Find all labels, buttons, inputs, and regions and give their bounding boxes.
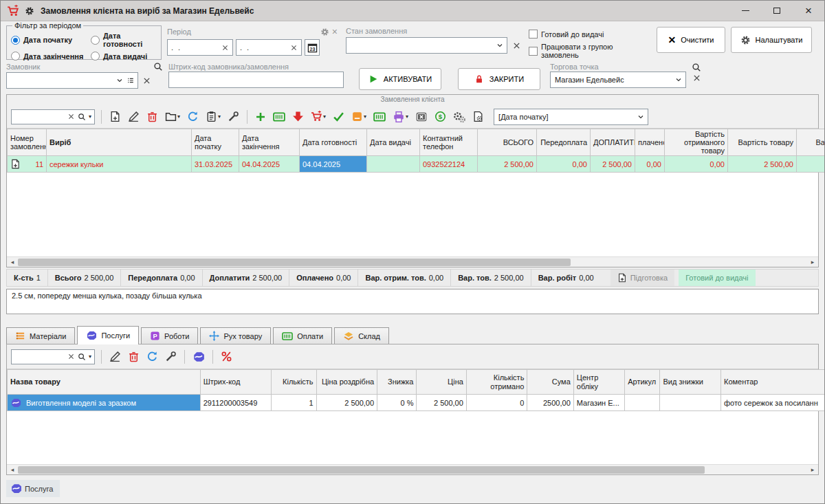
order-number-cell[interactable]: 11 xyxy=(8,156,47,173)
col-barcode[interactable]: Штрих-код xyxy=(200,370,272,395)
col-date-ready[interactable]: Дата готовності xyxy=(300,129,367,156)
store-search-icon[interactable] xyxy=(692,63,701,72)
edit-button[interactable] xyxy=(126,109,141,124)
period-clear-icon[interactable]: × xyxy=(329,25,340,38)
customer-combo[interactable] xyxy=(6,72,138,89)
scroll-left-icon[interactable]: ◂ xyxy=(8,466,16,473)
col-qty-received[interactable]: Кількість отримано xyxy=(466,370,527,395)
service-discount-type-cell[interactable] xyxy=(660,395,721,411)
confirm-button[interactable] xyxy=(331,109,346,124)
barcode-button[interactable] xyxy=(272,109,287,124)
delete-service-button[interactable] xyxy=(126,349,141,364)
order-date-start-cell[interactable]: 31.03.2025 xyxy=(192,156,239,173)
col-order-number[interactable]: Номер замовлення xyxy=(8,129,47,156)
search-icon[interactable] xyxy=(78,113,86,121)
order-status-clear-icon[interactable] xyxy=(510,39,523,52)
order-cost-received-cell[interactable]: 0,00 xyxy=(665,156,728,173)
clear-icon[interactable] xyxy=(290,44,298,52)
folder-menu-button[interactable]: ▾ xyxy=(164,109,182,124)
order-prepay-cell[interactable]: 0,00 xyxy=(537,156,591,173)
order-product-cell[interactable]: сережки кульки xyxy=(47,156,192,173)
settings-gears-button[interactable] xyxy=(452,109,467,124)
tab-payments[interactable]: Оплати xyxy=(273,327,332,344)
service-qty-received-cell[interactable]: 0 xyxy=(466,395,527,411)
search-icon[interactable] xyxy=(78,353,86,361)
checkbox-ready-for-issue[interactable]: Готовий до видачі xyxy=(529,30,651,39)
close-button[interactable]: × xyxy=(793,1,824,21)
col-prepay[interactable]: Передоплата xyxy=(537,129,591,156)
order-date-end-cell[interactable]: 04.04.2025 xyxy=(239,156,300,173)
scroll-right-icon[interactable]: ▸ xyxy=(808,259,817,265)
order-status-combo[interactable] xyxy=(346,37,507,54)
search-icon[interactable] xyxy=(153,62,163,72)
period-settings-gear-icon[interactable] xyxy=(320,28,329,36)
order-cost-works-cell[interactable] xyxy=(797,156,825,173)
col-articul[interactable]: Артикул xyxy=(625,370,660,395)
scroll-track[interactable] xyxy=(18,259,807,266)
col-retail-price[interactable]: Ціна роздрібна xyxy=(316,370,377,395)
col-cost-goods[interactable]: Вартість товару xyxy=(728,129,797,156)
col-date-end[interactable]: Дата закінчення xyxy=(239,129,300,156)
order-comment-box[interactable]: 2.5 см, попереду менша кулька, позаду бі… xyxy=(6,289,819,314)
report-menu-button[interactable]: ▾ xyxy=(204,109,222,124)
service-center-cell[interactable]: Магазин Е... xyxy=(573,395,624,411)
col-discount[interactable]: Знижка xyxy=(377,370,417,395)
col-price[interactable]: Ціна xyxy=(417,370,466,395)
col-discount-type[interactable]: Вид знижки xyxy=(660,370,721,395)
services-search-input[interactable]: ▾ xyxy=(11,349,95,364)
service-qty-cell[interactable]: 1 xyxy=(272,395,316,411)
print-menu-button[interactable]: ▾ xyxy=(391,109,410,124)
col-qty[interactable]: Кількість xyxy=(272,370,316,395)
activate-button[interactable]: АКТИВУВАТИ xyxy=(359,68,441,90)
customer-clear-icon[interactable] xyxy=(140,74,153,87)
delete-button[interactable] xyxy=(145,109,160,124)
radio-date-end[interactable]: Дата закінчення xyxy=(11,52,91,61)
calendar-button[interactable] xyxy=(305,39,320,56)
clear-icon[interactable] xyxy=(221,44,229,52)
refresh-services-button[interactable] xyxy=(145,349,160,364)
col-cost-works[interactable]: Вар xyxy=(797,129,825,156)
service-row[interactable]: Виготвлення моделі за зразком 2911200003… xyxy=(8,395,825,411)
add-button[interactable] xyxy=(254,110,267,124)
scroll-left-icon[interactable]: ◂ xyxy=(8,259,16,265)
order-paid-cell[interactable]: 0,00 xyxy=(635,156,665,173)
tab-warehouse[interactable]: Склад xyxy=(334,327,389,344)
col-to-pay[interactable]: ДОПЛАТИТИ xyxy=(591,129,635,156)
service-retail-price-cell[interactable]: 2 500,00 xyxy=(316,395,377,411)
tools-button[interactable] xyxy=(226,109,241,124)
date-to-input[interactable]: . . xyxy=(236,39,302,56)
col-comment[interactable]: Коментар xyxy=(721,370,825,395)
service-sum-cell[interactable]: 2500,00 xyxy=(527,395,573,411)
order-cost-goods-cell[interactable]: 2 500,00 xyxy=(728,156,797,173)
tab-services[interactable]: Послуги xyxy=(77,326,139,344)
col-total[interactable]: ВСЬОГО xyxy=(478,129,537,156)
checkbox-work-with-group[interactable]: Працювати з групою замовлень xyxy=(529,43,651,59)
tab-goods-movement[interactable]: Рух товару xyxy=(200,327,271,344)
settings-button[interactable]: Налаштувати xyxy=(731,27,812,53)
service-articul-cell[interactable] xyxy=(625,395,660,411)
col-cost-received[interactable]: Вартість отриманого товару xyxy=(665,129,728,156)
store-combo[interactable]: Магазин Едельвейс xyxy=(550,72,686,88)
barcode-input[interactable] xyxy=(168,72,344,88)
refresh-button[interactable] xyxy=(186,109,200,124)
services-hscrollbar[interactable]: ◂ ▸ xyxy=(7,464,818,474)
close-order-button[interactable]: ЗАКРИТИ xyxy=(458,68,540,90)
cancel-box-button[interactable] xyxy=(414,109,429,124)
payment-button[interactable] xyxy=(433,109,448,124)
discount-button[interactable] xyxy=(219,349,234,364)
store-clear-icon[interactable] xyxy=(692,74,701,83)
barcode-refresh-button[interactable] xyxy=(372,109,387,124)
order-date-issue-cell[interactable] xyxy=(367,156,420,173)
col-product-name[interactable]: Назва товару xyxy=(8,370,201,395)
service-handshake-button[interactable] xyxy=(191,349,206,364)
minimize-button[interactable] xyxy=(729,1,761,21)
orders-search-input[interactable]: ▾ xyxy=(11,109,95,124)
order-phone-cell[interactable]: 0932522124 xyxy=(420,156,478,173)
document-menu-button[interactable]: ▾ xyxy=(350,109,368,124)
service-barcode-cell[interactable]: 2911200003549 xyxy=(200,395,272,411)
service-comment-cell[interactable]: фото сережок за посиланн xyxy=(721,395,825,411)
order-date-ready-cell[interactable]: 04.04.2025 xyxy=(300,156,367,173)
tab-materials[interactable]: Матеріали xyxy=(6,327,75,344)
col-sum[interactable]: Сума xyxy=(527,370,573,395)
service-name-cell[interactable]: Виготвлення моделі за зразком xyxy=(8,395,201,411)
